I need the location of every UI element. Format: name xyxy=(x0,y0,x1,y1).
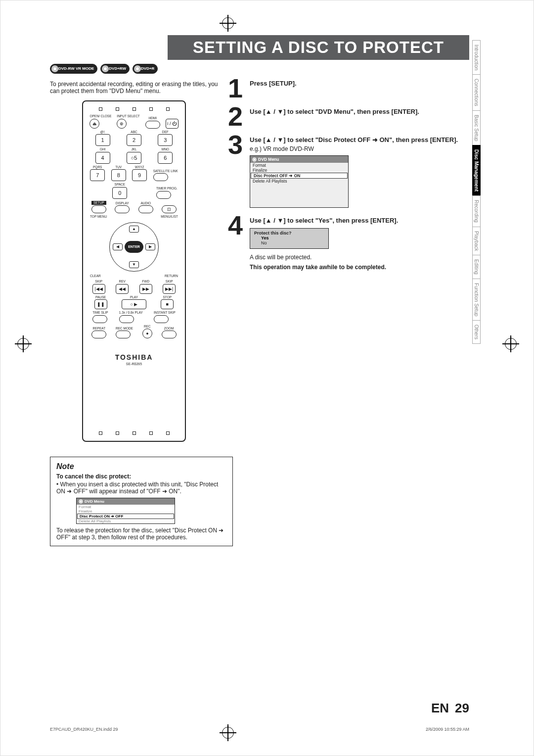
osd-menu-title: DVD Menu xyxy=(258,157,279,162)
digit-0-button[interactable]: 0 xyxy=(112,187,127,199)
tab-playback[interactable]: Playback xyxy=(472,227,481,256)
confirm-question: Protect this disc? xyxy=(254,231,324,236)
tab-introduction[interactable]: Introduction xyxy=(472,40,481,75)
display-button[interactable] xyxy=(115,205,130,213)
manual-page: SETTING A DISC TO PROTECT DVD-RW VR MODE… xyxy=(0,0,534,756)
digit-5-button[interactable]: ○5 xyxy=(127,152,141,164)
nav-up-button[interactable]: ▲ xyxy=(129,226,139,233)
rev-button[interactable]: ◀◀ xyxy=(116,284,129,294)
setup-label: SETUP xyxy=(91,201,106,205)
print-metadata: E7PCAUD_DR420KU_EN.indd 29 2/6/2009 10:5… xyxy=(50,727,469,732)
instant-button[interactable] xyxy=(154,315,169,323)
enter-button[interactable]: ENTER xyxy=(125,241,143,253)
skip-next-button[interactable]: ▶▶| xyxy=(163,284,176,294)
digit-1-button[interactable]: 1 xyxy=(95,134,110,146)
subtitle-button[interactable]: ⊡ xyxy=(162,205,177,213)
note-menu-title: DVD Menu xyxy=(85,499,104,504)
step-4: 4 Use [▲ / ▼] to select "Yes", then pres… xyxy=(228,215,469,271)
skip-prev-button[interactable]: |◀◀ xyxy=(92,284,105,294)
step-number: 2 xyxy=(228,106,246,127)
page-footer: EN 29 xyxy=(431,701,469,716)
note-line2: To release the protection for the disc, … xyxy=(56,527,226,541)
list-item: Format xyxy=(250,163,348,168)
format-badges: DVD-RW VR MODE DVD+RW DVD+R xyxy=(50,64,469,74)
model-label: SE-R0265 xyxy=(87,362,181,366)
note-title: Note xyxy=(56,462,226,471)
pause-label: PAUSE xyxy=(94,296,107,299)
digit-4-button[interactable]: 4 xyxy=(95,152,110,164)
step-2: 2 Use [▲ / ▼] to select "DVD Menu", then… xyxy=(228,106,469,127)
slowplay-button[interactable] xyxy=(119,315,134,323)
digit-7-button[interactable]: 7 xyxy=(90,169,105,181)
play-button[interactable]: ○ ▶ xyxy=(122,299,146,309)
step-text: Use [▲ / ▼] to select "Yes", then press … xyxy=(250,217,398,224)
step-text: Use [▲ / ▼] to select "DVD Menu", then p… xyxy=(250,108,419,115)
tab-disc-management[interactable]: Disc Management xyxy=(472,145,481,196)
note-line1: • When you insert a disc protected with … xyxy=(56,481,226,495)
zoom-label: ZOOM xyxy=(162,327,177,331)
page-number: 29 xyxy=(455,701,469,716)
nav-left-button[interactable]: ◀ xyxy=(113,243,123,250)
play-label: PLAY xyxy=(122,296,146,299)
repeat-label: REPEAT xyxy=(91,327,106,331)
timer-label: TIMER PROG. xyxy=(156,187,178,190)
format-badge: DVD+R xyxy=(133,64,158,74)
display-label: DISPLAY xyxy=(115,202,130,205)
stop-button[interactable]: ■ xyxy=(161,299,174,309)
step-1: 1 Press [SETUP]. xyxy=(228,78,469,99)
hdmi-button[interactable] xyxy=(145,121,160,129)
audio-button[interactable] xyxy=(138,205,153,213)
digit-8-button[interactable]: 8 xyxy=(111,169,126,181)
tab-editing[interactable]: Editing xyxy=(472,255,481,279)
page-title: SETTING A DISC TO PROTECT xyxy=(168,35,469,60)
zoom-button[interactable] xyxy=(162,331,177,338)
confirm-dialog: Protect this disc? Yes No xyxy=(250,228,329,249)
rec-button[interactable]: ● xyxy=(142,329,152,338)
step-number: 4 xyxy=(228,215,246,271)
def-label: DEF xyxy=(158,131,173,134)
fwd-button[interactable]: ▶▶ xyxy=(139,284,152,294)
stop-label: STOP xyxy=(161,296,174,299)
jkl-label: JKL xyxy=(127,148,141,151)
input-select-button[interactable]: ⊕ xyxy=(117,119,127,129)
list-item: Delete All Playlists xyxy=(250,179,348,184)
digit-9-button[interactable]: 9 xyxy=(132,169,147,181)
ghi-label: GHI xyxy=(95,148,110,151)
note-osd-menu: DVD Menu Format Finalize Disc Protect ON… xyxy=(76,498,175,524)
timer-button[interactable] xyxy=(156,191,171,199)
pause-button[interactable]: ❚❚ xyxy=(94,299,107,309)
tab-basic-setup[interactable]: Basic Setup xyxy=(472,110,481,145)
example-label: e.g.) VR mode DVD-RW xyxy=(250,145,469,152)
note-subtitle: To cancel the disc protect: xyxy=(56,473,226,480)
nav-right-button[interactable]: ▶ xyxy=(145,243,155,250)
step-3: 3 Use [▲ / ▼] to select "Disc Protect OF… xyxy=(228,134,469,208)
timeslip-button[interactable] xyxy=(92,315,107,323)
remote-top-holes xyxy=(87,105,181,113)
audio-label: AUDIO xyxy=(138,202,153,205)
slowplay-label: 1.3x / 0.8x PLAY xyxy=(119,311,143,315)
digit-6-button[interactable]: 6 xyxy=(158,152,173,164)
digit-3-button[interactable]: 3 xyxy=(158,134,173,146)
intro-text: To prevent accidental recording, editing… xyxy=(50,81,218,94)
skip-next-label: SKIP xyxy=(163,280,176,284)
rec-label: REC xyxy=(142,325,152,329)
repeat-button[interactable] xyxy=(91,331,106,338)
tab-connections[interactable]: Connections xyxy=(472,74,481,111)
nav-down-button[interactable]: ▼ xyxy=(129,261,139,268)
step-number: 1 xyxy=(228,78,246,99)
abc-label: ABC xyxy=(127,131,141,134)
at-label: @!: xyxy=(95,131,110,134)
open-close-button[interactable]: ⏏ xyxy=(89,119,99,129)
power-button[interactable]: I / ⏻ xyxy=(166,119,178,129)
recmode-button[interactable] xyxy=(116,331,131,338)
satlink-button[interactable] xyxy=(153,173,168,181)
tab-recording[interactable]: Recording xyxy=(472,195,481,227)
timeslip-label: TIME SLIP xyxy=(92,311,108,315)
step-text: Use [▲ / ▼] to select "Disc Protect OFF … xyxy=(250,136,458,143)
tab-others[interactable]: Others xyxy=(472,320,481,344)
digit-2-button[interactable]: 2 xyxy=(127,134,141,146)
confirm-option-no: No xyxy=(261,240,324,245)
tab-function-setup[interactable]: Function Setup xyxy=(472,279,481,321)
satlink-label: SATELLITE LINK xyxy=(153,170,178,173)
setup-button[interactable] xyxy=(91,205,106,213)
